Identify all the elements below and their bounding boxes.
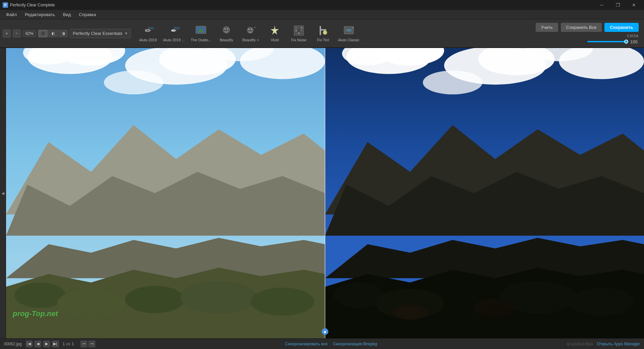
nav-page-current: 1 — [63, 342, 65, 346]
svg-rect-18 — [301, 27, 303, 29]
nav-first-button[interactable]: |◀ — [26, 341, 33, 347]
svg-point-40 — [104, 70, 164, 94]
preset-iauto2019-label: iAuto 2019 — [139, 38, 157, 42]
beautify-icon — [220, 24, 232, 37]
chevron-down-icon: ▼ — [124, 32, 128, 35]
svg-rect-16 — [295, 27, 297, 29]
iautoclassic-icon: HD ▲ — [343, 24, 355, 37]
svg-text:+: + — [254, 26, 256, 29]
svg-point-48 — [180, 281, 257, 313]
svg-point-12 — [251, 29, 252, 30]
preset-vivid-label: Vivid — [271, 38, 279, 42]
svg-rect-22 — [295, 32, 297, 34]
preset-fixtint[interactable]: Fix Tint — [311, 20, 335, 47]
svg-rect-21 — [301, 30, 303, 32]
preset-iauto2019plus[interactable]: ✒ 2019 iAuto 2019 ... — [160, 20, 187, 47]
split-handle[interactable] — [322, 328, 328, 335]
toolbar-left: + − 82% ⬛ ◧ ◨ Perfectly Clear Essentials… — [3, 29, 131, 38]
strength-label: СИЛА — [627, 34, 639, 38]
iauto2019-icon: ✏ 2019 — [142, 24, 154, 37]
strength-panel: СИЛА 100 — [587, 34, 639, 44]
open-apps-button[interactable]: Открыть Apps Manager — [597, 342, 640, 346]
nav-undo-button[interactable]: ↩ — [80, 341, 87, 347]
add-button[interactable]: + — [3, 30, 11, 38]
preset-selector[interactable]: Perfectly Clear Essentials ▼ — [70, 29, 131, 38]
after-landscape-svg — [325, 48, 644, 338]
save-button[interactable]: Сохранить — [604, 23, 639, 32]
nav-next-button[interactable]: ▶ — [43, 341, 50, 347]
canvas-area: prog-Top.net — [6, 48, 644, 338]
strength-row: 100 — [587, 39, 639, 44]
preset-iautoclassic[interactable]: HD ▲ iAuto Classic — [335, 20, 362, 47]
nav-page-total: 1 — [72, 342, 74, 346]
minus-button[interactable]: − — [13, 30, 21, 38]
title-controls: ─ ❐ ✕ — [594, 0, 641, 10]
svg-point-47 — [125, 286, 185, 313]
menu-view[interactable]: Вид — [60, 11, 74, 18]
fixtint-icon — [317, 24, 329, 37]
svg-point-68 — [393, 305, 427, 320]
svg-text:2019: 2019 — [148, 27, 154, 30]
strength-thumb[interactable] — [624, 40, 628, 44]
left-panel-toggle[interactable]: ◀ — [0, 48, 6, 338]
learn-button[interactable]: Учить — [536, 23, 558, 32]
preset-selector-label: Perfectly Clear Essentials — [73, 31, 122, 36]
restore-button[interactable]: ❐ — [610, 0, 625, 10]
view-mode-split[interactable]: ⬛ — [38, 30, 48, 37]
nav-prev-button[interactable]: ◀ — [35, 341, 41, 347]
menu-file[interactable]: Файл — [3, 11, 20, 18]
status-nav: |◀ ◀ ▶ ▶| — [26, 341, 59, 347]
menu-edit[interactable]: Редактировать — [21, 11, 58, 18]
preset-beautify-label: Beautify — [220, 38, 233, 42]
svg-rect-20 — [298, 30, 300, 32]
save-all-button[interactable]: Сохранить Все — [561, 23, 602, 32]
svg-rect-19 — [295, 30, 297, 32]
preset-beautify[interactable]: Beautify — [215, 20, 238, 47]
preset-beautifyplus-label: Beautify + — [242, 38, 259, 42]
version-text: Q v.3.10.0.1814 — [567, 342, 593, 346]
image-container: prog-Top.net — [6, 48, 644, 338]
sync-all-button[interactable]: Синхронизировать все — [285, 342, 328, 346]
strength-slider[interactable] — [587, 41, 628, 42]
status-left: 00062.jpg |◀ ◀ ▶ ▶| 1 из 1 ↩ ↪ — [4, 341, 95, 347]
iauto2019plus-icon: ✒ 2019 — [168, 24, 180, 37]
menu-help[interactable]: Справка — [75, 11, 99, 18]
preset-iautoclassic-label: iAuto Classic — [338, 38, 360, 42]
preset-vivid[interactable]: Vivid — [263, 20, 286, 47]
title-text: Perfectly Clear Complete — [10, 3, 55, 7]
preset-outdoor-label: The Outdo... — [191, 38, 211, 42]
svg-point-58 — [423, 70, 483, 94]
before-landscape-svg — [6, 48, 325, 338]
close-button[interactable]: ✕ — [627, 0, 641, 10]
status-filename: 00062.jpg — [4, 342, 22, 346]
nav-redo-button[interactable]: ↪ — [89, 341, 95, 347]
svg-text:▲: ▲ — [352, 26, 354, 29]
main-area: ◀ — [0, 48, 644, 338]
minimize-button[interactable]: ─ — [594, 0, 609, 10]
status-sync: Синхронизировать все Синхронизация Вперё… — [285, 342, 377, 346]
preset-iauto2019plus-label: iAuto 2019 ... — [163, 38, 185, 42]
preset-beautifyplus[interactable]: + Beautify + — [239, 20, 262, 47]
title-bar: P Perfectly Clear Complete ─ ❐ ✕ — [0, 0, 644, 10]
svg-point-69 — [474, 299, 517, 317]
panel-toggle-icon: ◀ — [1, 191, 4, 196]
beautifyplus-icon: + — [245, 24, 257, 37]
svg-point-67 — [570, 288, 633, 316]
preset-iauto2019[interactable]: ✏ 2019 iAuto 2019 — [136, 20, 160, 47]
title-left: P Perfectly Clear Complete — [3, 2, 55, 8]
preset-fixnoise[interactable]: Fix Noise — [287, 20, 311, 47]
split-divider[interactable] — [325, 48, 325, 338]
nav-last-button[interactable]: ▶| — [52, 341, 59, 347]
preset-outdoor[interactable]: The Outdo... — [188, 20, 214, 47]
sync-forward-button[interactable]: Синхронизация Вперёд — [333, 342, 377, 346]
svg-marker-14 — [271, 26, 279, 35]
view-mode-before[interactable]: ◧ — [48, 30, 58, 37]
menu-bar: Файл Редактировать Вид Справка — [0, 10, 644, 19]
view-mode-after[interactable]: ◨ — [58, 30, 68, 37]
strength-fill — [587, 41, 628, 42]
preset-fixtint-label: Fix Tint — [317, 38, 329, 42]
svg-point-11 — [248, 29, 250, 30]
outdoor-icon — [195, 24, 207, 37]
toolbar: + − 82% ⬛ ◧ ◨ Perfectly Clear Essentials… — [0, 19, 644, 48]
svg-text:2019: 2019 — [174, 27, 180, 30]
